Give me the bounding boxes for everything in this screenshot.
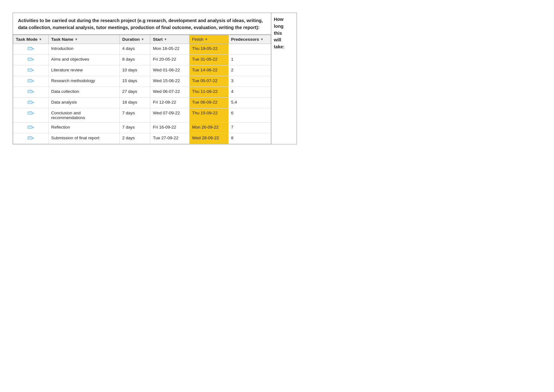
- task-mode-icon: [27, 111, 34, 116]
- main-section: Activities to be carried out during the …: [13, 13, 271, 144]
- svg-rect-6: [28, 58, 32, 61]
- task-mode-cell: [13, 44, 49, 54]
- description-box: Activities to be carried out during the …: [13, 13, 271, 35]
- table-row: Conclusion and recommendations7 daysWed …: [13, 108, 271, 122]
- duration-cell: 8 days: [120, 54, 150, 65]
- duration-cell: 2 days: [120, 133, 150, 144]
- table-row: Research methodology15 daysWed 15-06-22T…: [13, 76, 271, 87]
- task-mode-cell: [13, 133, 49, 144]
- duration-cell: 7 days: [120, 108, 150, 122]
- sort-arrow-duration: ▼: [141, 38, 144, 41]
- task-mode-svg: [27, 78, 34, 83]
- start-cell: Fri 16-09-22: [150, 122, 190, 133]
- table-row: Literature review10 daysWed 01-06-22Tue …: [13, 65, 271, 76]
- predecessors-cell: 8: [228, 133, 271, 144]
- task-mode-icon: [27, 100, 34, 105]
- task-mode-icon: [27, 46, 34, 51]
- task-mode-icon: [27, 136, 34, 141]
- task-mode-icon: [27, 78, 34, 83]
- svg-rect-42: [28, 126, 32, 129]
- task-mode-svg: [27, 68, 34, 73]
- task-mode-svg: [27, 136, 34, 141]
- duration-cell: 10 days: [120, 65, 150, 76]
- task-mode-cell: [13, 54, 49, 65]
- sort-arrow-start: ▼: [164, 38, 167, 41]
- task-mode-svg: [27, 100, 34, 105]
- col-header-duration[interactable]: Duration ▼: [120, 35, 150, 44]
- table-row: Data collection27 daysWed 06-07-22Thu 11…: [13, 87, 271, 97]
- start-cell: Fri 20-05-22: [150, 54, 190, 65]
- table-row: Introduction4 daysMon 16-05-22Thu 19-05-…: [13, 44, 271, 54]
- sort-arrow-task-name: ▼: [75, 38, 78, 41]
- description-text: Activities to be carried out during the …: [18, 18, 263, 30]
- task-mode-cell: [13, 122, 49, 133]
- table-row: Aims and objectives8 daysFri 20-05-22Tue…: [13, 54, 271, 65]
- finish-cell: Mon 26-09-22: [189, 122, 228, 133]
- start-cell: Tue 27-09-22: [150, 133, 190, 144]
- table-header-row: Task Mode ▼ Task Name ▼ Duration ▼: [13, 35, 271, 44]
- svg-rect-36: [28, 112, 32, 114]
- task-mode-svg: [27, 57, 34, 62]
- task-mode-cell: [13, 76, 49, 87]
- side-label-line3: this: [274, 31, 282, 36]
- svg-rect-18: [28, 80, 32, 82]
- start-cell: Mon 16-05-22: [150, 44, 190, 54]
- predecessors-cell: 6: [228, 108, 271, 122]
- side-label-line2: long: [274, 24, 284, 29]
- svg-rect-0: [28, 47, 32, 50]
- side-label-box: How long this will take:: [271, 13, 297, 144]
- finish-cell: Tue 06-09-22: [189, 97, 228, 108]
- col-header-predecessors[interactable]: Predecessors ▼: [228, 35, 271, 44]
- finish-cell: Thu 19-05-22: [189, 44, 228, 54]
- svg-rect-30: [28, 101, 32, 104]
- duration-cell: 18 days: [120, 97, 150, 108]
- side-label-line4: will: [274, 37, 281, 42]
- task-name-cell: Research methodology: [49, 76, 120, 87]
- finish-cell: Tue 05-07-22: [189, 76, 228, 87]
- col-header-task-name[interactable]: Task Name ▼: [49, 35, 120, 44]
- task-mode-icon: [27, 57, 34, 62]
- start-cell: Fri 12-08-22: [150, 97, 190, 108]
- task-name-cell: Reflection: [49, 122, 120, 133]
- predecessors-cell: [228, 44, 271, 54]
- svg-rect-48: [28, 137, 32, 139]
- duration-cell: 4 days: [120, 44, 150, 54]
- table-row: Data analysis18 daysFri 12-08-22Tue 06-0…: [13, 97, 271, 108]
- task-mode-svg: [27, 111, 34, 116]
- col-header-finish[interactable]: Finish ▼: [189, 35, 228, 44]
- task-mode-svg: [27, 89, 34, 94]
- finish-cell: Wed 28-09-22: [189, 133, 228, 144]
- duration-cell: 15 days: [120, 76, 150, 87]
- task-name-cell: Aims and objectives: [49, 54, 120, 65]
- task-name-cell: Submission of final report: [49, 133, 120, 144]
- predecessors-cell: 5,4: [228, 97, 271, 108]
- col-header-start[interactable]: Start ▼: [150, 35, 190, 44]
- start-cell: Wed 07-09-22: [150, 108, 190, 122]
- predecessors-cell: 7: [228, 122, 271, 133]
- project-table: Task Mode ▼ Task Name ▼ Duration ▼: [13, 35, 271, 144]
- task-name-cell: Conclusion and recommendations: [49, 108, 120, 122]
- task-mode-icon: [27, 89, 34, 94]
- start-cell: Wed 15-06-22: [150, 76, 190, 87]
- finish-cell: Thu 15-09-22: [189, 108, 228, 122]
- predecessors-cell: 1: [228, 54, 271, 65]
- predecessors-cell: 4: [228, 87, 271, 97]
- main-container: Activities to be carried out during the …: [13, 13, 297, 144]
- start-cell: Wed 01-06-22: [150, 65, 190, 76]
- task-mode-icon: [27, 68, 34, 73]
- start-cell: Wed 06-07-22: [150, 87, 190, 97]
- task-mode-svg: [27, 46, 34, 51]
- col-header-task-mode[interactable]: Task Mode ▼: [13, 35, 49, 44]
- table-row: Reflection7 daysFri 16-09-22Mon 26-09-22…: [13, 122, 271, 133]
- sort-arrow-finish: ▼: [205, 38, 208, 41]
- finish-cell: Thu 11-08-22: [189, 87, 228, 97]
- task-mode-cell: [13, 97, 49, 108]
- predecessors-cell: 3: [228, 76, 271, 87]
- task-mode-cell: [13, 87, 49, 97]
- sort-arrow-task-mode: ▼: [39, 38, 42, 41]
- task-mode-svg: [27, 125, 34, 130]
- task-name-cell: Data collection: [49, 87, 120, 97]
- svg-rect-24: [28, 90, 32, 93]
- finish-cell: Tue 14-06-22: [189, 65, 228, 76]
- task-name-cell: Data analysis: [49, 97, 120, 108]
